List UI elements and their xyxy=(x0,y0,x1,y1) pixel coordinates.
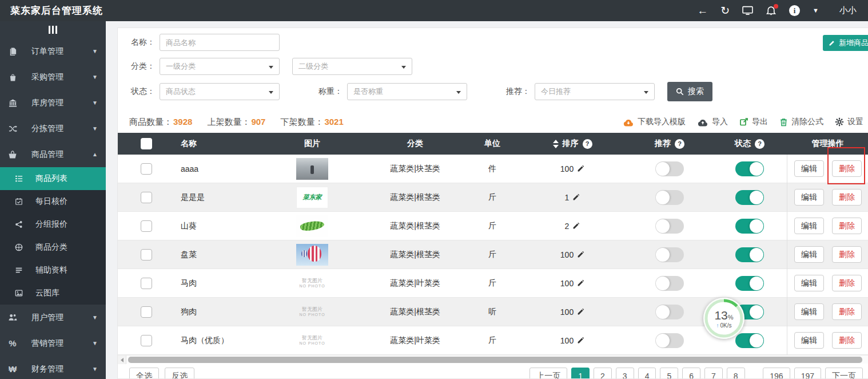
row-checkbox[interactable] xyxy=(141,278,152,289)
back-icon[interactable]: ← xyxy=(697,5,708,16)
row-checkbox[interactable] xyxy=(141,249,152,260)
delete-button[interactable]: 删除 xyxy=(832,160,862,177)
sidebar-item-products[interactable]: 商品管理 ▲ xyxy=(0,141,106,167)
page-button[interactable]: 5 xyxy=(660,368,678,379)
sort-arrows-icon[interactable] xyxy=(553,140,559,148)
row-checkbox[interactable] xyxy=(141,306,152,318)
sidebar-item-product-category[interactable]: 商品分类 xyxy=(0,236,106,259)
row-checkbox[interactable] xyxy=(141,220,152,232)
recommend-select[interactable]: 今日推荐 xyxy=(535,83,655,100)
sidebar-item-sorting[interactable]: 分拣管理 ▼ xyxy=(0,116,106,141)
page-button[interactable]: 197 xyxy=(794,368,821,379)
search-button[interactable]: 搜索 xyxy=(667,82,712,101)
row-checkbox[interactable] xyxy=(141,192,152,203)
sidebar-item-daily-pricing[interactable]: 每日核价 xyxy=(0,190,106,213)
page-button[interactable]: 4 xyxy=(638,368,656,379)
delete-button[interactable]: 删除 xyxy=(832,303,862,320)
delete-button[interactable]: 删除 xyxy=(832,189,862,206)
recommend-toggle[interactable] xyxy=(655,247,684,262)
user-menu-caret-icon[interactable]: ▼ xyxy=(813,7,819,14)
notifications-bell-icon[interactable] xyxy=(766,6,777,16)
scroll-left-arrow-icon[interactable] xyxy=(118,356,126,364)
status-toggle[interactable] xyxy=(735,247,764,262)
recommend-toggle[interactable] xyxy=(655,305,684,319)
edit-sort-pencil-icon[interactable] xyxy=(577,337,584,344)
edit-button[interactable]: 编辑 xyxy=(794,189,824,206)
sidebar-item-users[interactable]: 用户管理 ▼ xyxy=(0,305,106,330)
recommend-toggle[interactable] xyxy=(655,333,684,348)
edit-sort-pencil-icon[interactable] xyxy=(577,279,584,287)
row-checkbox[interactable] xyxy=(141,163,152,175)
edit-sort-pencil-icon[interactable] xyxy=(572,222,580,230)
edit-button[interactable]: 编辑 xyxy=(794,160,824,177)
edit-button[interactable]: 编辑 xyxy=(794,218,824,234)
prev-page-button[interactable]: 上一页 xyxy=(529,368,567,379)
sidebar-collapse-toggle[interactable] xyxy=(0,21,106,38)
select-all-checkbox[interactable] xyxy=(141,138,152,149)
category1-select[interactable]: 一级分类 xyxy=(160,58,280,75)
sidebar-item-warehouse[interactable]: 库房管理 ▼ xyxy=(0,90,106,116)
sidebar-item-marketing[interactable]: % 营销管理 ▼ xyxy=(0,330,106,356)
page-button[interactable]: 6 xyxy=(682,368,700,379)
edit-sort-pencil-icon[interactable] xyxy=(577,251,584,258)
help-icon[interactable]: ? xyxy=(755,139,765,149)
page-button[interactable]: 3 xyxy=(616,368,634,379)
status-toggle[interactable] xyxy=(735,219,764,234)
sidebar-item-orders[interactable]: 订单管理 ▼ xyxy=(0,38,106,64)
page-button[interactable]: 7 xyxy=(704,368,723,379)
delete-button[interactable]: 删除 xyxy=(832,275,862,291)
edit-button[interactable]: 编辑 xyxy=(794,332,824,349)
sidebar-item-group-quote[interactable]: 分组报价 xyxy=(0,213,106,236)
status-toggle[interactable] xyxy=(735,190,764,205)
page-button[interactable]: 196 xyxy=(763,368,790,379)
status-select[interactable]: 商品状态 xyxy=(160,83,280,100)
recommend-toggle[interactable] xyxy=(655,190,684,205)
clear-formula-button[interactable]: 清除公式 xyxy=(779,117,823,127)
notification-dot xyxy=(774,4,778,9)
delete-button[interactable]: 删除 xyxy=(832,218,862,234)
edit-button[interactable]: 编辑 xyxy=(794,275,824,291)
import-button[interactable]: 导入 xyxy=(697,117,728,127)
edit-button[interactable]: 编辑 xyxy=(794,246,824,263)
sidebar-item-auxiliary-data[interactable]: 辅助资料 xyxy=(0,259,106,282)
help-icon[interactable]: ? xyxy=(583,139,592,149)
edit-sort-pencil-icon[interactable] xyxy=(572,194,580,201)
horizontal-scrollbar[interactable] xyxy=(118,355,868,364)
page-button[interactable]: 1 xyxy=(571,368,590,379)
product-name-input[interactable] xyxy=(160,34,280,51)
delete-button[interactable]: 删除 xyxy=(832,246,862,263)
username[interactable]: 小小 xyxy=(839,5,857,16)
edit-button[interactable]: 编辑 xyxy=(794,303,824,320)
info-icon[interactable]: i xyxy=(789,5,800,16)
sidebar-item-finance[interactable]: ₩ 财务管理 ▼ xyxy=(0,356,106,379)
settings-button[interactable]: 设置 xyxy=(835,117,863,127)
export-button[interactable]: 导出 xyxy=(739,117,768,127)
sort-value: 100 xyxy=(560,279,574,288)
next-page-button[interactable]: 下一页 xyxy=(825,368,863,379)
sidebar-item-cloud-gallery[interactable]: 云图库 xyxy=(0,282,106,305)
edit-sort-pencil-icon[interactable] xyxy=(577,165,584,172)
help-icon[interactable]: ? xyxy=(675,139,684,149)
edit-sort-pencil-icon[interactable] xyxy=(577,308,584,315)
recommend-toggle[interactable] xyxy=(655,219,684,234)
recommend-toggle[interactable] xyxy=(655,276,684,291)
sidebar-item-purchasing[interactable]: 采购管理 ▼ xyxy=(0,64,106,90)
add-product-button[interactable]: 新增商品 xyxy=(823,35,868,51)
fullscreen-icon[interactable] xyxy=(742,6,753,15)
status-toggle[interactable] xyxy=(735,161,764,176)
sidebar-item-product-list[interactable]: 商品列表 xyxy=(0,167,106,190)
scrollbar-thumb[interactable] xyxy=(128,357,862,363)
weigh-select[interactable]: 是否称重 xyxy=(347,83,467,100)
status-toggle[interactable] xyxy=(735,276,764,291)
refresh-icon[interactable]: ↻ xyxy=(720,5,730,16)
download-template-button[interactable]: 下载导入模版 xyxy=(623,117,686,127)
page-button[interactable]: 2 xyxy=(594,368,612,379)
invert-selection-button[interactable]: 反选 xyxy=(165,368,194,379)
page-button[interactable]: 8 xyxy=(727,368,745,379)
row-checkbox[interactable] xyxy=(141,335,152,346)
page-ellipsis: ... xyxy=(749,368,759,379)
category2-select[interactable]: 二级分类 xyxy=(292,58,412,75)
select-all-button[interactable]: 全选 xyxy=(129,368,159,379)
delete-button[interactable]: 删除 xyxy=(832,332,862,349)
recommend-toggle[interactable] xyxy=(655,161,684,176)
